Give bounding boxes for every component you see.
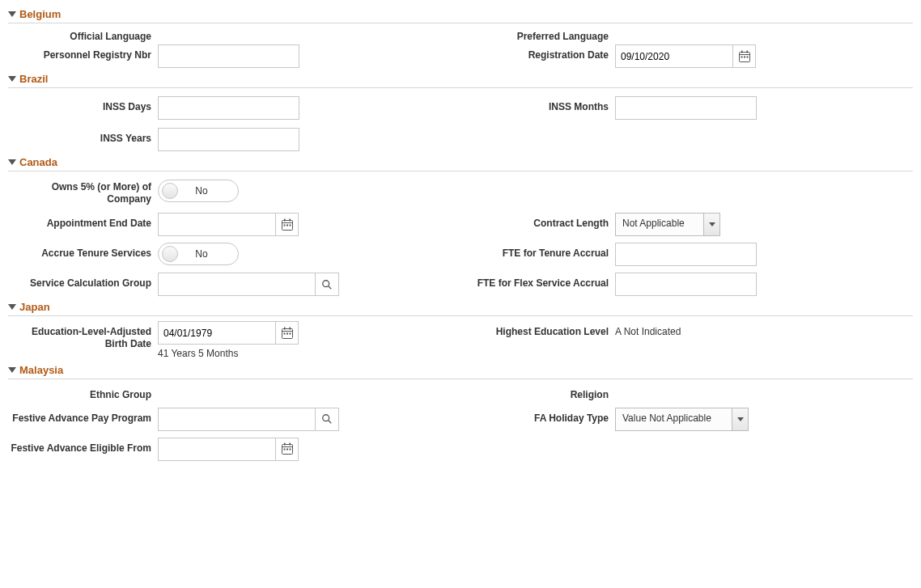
section-title: Malaysia bbox=[19, 364, 63, 376]
svg-rect-28 bbox=[289, 443, 291, 446]
personnel-registry-label: Personnel Registry Nbr bbox=[8, 44, 158, 68]
owns-five-percent-label: Owns 5% (or More) of Company bbox=[8, 176, 158, 205]
svg-rect-11 bbox=[283, 224, 285, 226]
religion-label: Religion bbox=[397, 384, 615, 400]
ethnic-group-label: Ethnic Group bbox=[8, 384, 158, 400]
registration-date-input[interactable] bbox=[615, 44, 732, 68]
toggle-knob bbox=[162, 246, 178, 262]
registration-date-label: Registration Date bbox=[397, 44, 615, 68]
chevron-down-icon bbox=[703, 214, 719, 235]
section-title: Brazil bbox=[19, 73, 48, 85]
inss-days-input[interactable] bbox=[158, 96, 299, 120]
svg-rect-27 bbox=[284, 443, 286, 446]
select-value: Not Applicable bbox=[616, 214, 703, 235]
svg-rect-2 bbox=[741, 50, 743, 53]
section-title: Japan bbox=[19, 301, 50, 313]
section-header-malaysia[interactable]: Malaysia bbox=[8, 362, 913, 379]
service-calc-group-input[interactable] bbox=[158, 273, 316, 296]
select-value: Value Not Applicable bbox=[616, 408, 732, 430]
fte-flex-input[interactable] bbox=[615, 273, 757, 296]
fa-holiday-type-label: FA Holiday Type bbox=[397, 408, 615, 431]
service-calc-group-label: Service Calculation Group bbox=[8, 273, 158, 296]
toggle-knob bbox=[162, 183, 178, 199]
chevron-down-icon bbox=[8, 76, 16, 82]
svg-rect-18 bbox=[284, 327, 286, 329]
edu-birth-date-label: Education-Level-Adjusted Birth Date bbox=[8, 321, 158, 359]
svg-rect-10 bbox=[289, 218, 291, 221]
official-language-label: Official Language bbox=[8, 26, 158, 42]
festive-adv-pay-input[interactable] bbox=[158, 408, 316, 431]
svg-rect-5 bbox=[744, 56, 745, 57]
accrue-tenure-label: Accrue Tenure Services bbox=[8, 243, 158, 265]
search-icon[interactable] bbox=[316, 408, 339, 431]
calendar-icon[interactable] bbox=[275, 213, 299, 236]
calendar-icon[interactable] bbox=[275, 438, 299, 461]
toggle-label: No bbox=[178, 248, 238, 260]
section-header-japan[interactable]: Japan bbox=[8, 298, 913, 316]
svg-rect-9 bbox=[284, 218, 286, 221]
chevron-down-icon bbox=[8, 159, 16, 165]
chevron-down-icon bbox=[8, 11, 16, 17]
svg-rect-29 bbox=[283, 449, 285, 451]
preferred-language-label: Preferred Language bbox=[397, 26, 615, 42]
contract-length-select[interactable]: Not Applicable bbox=[615, 213, 720, 236]
chevron-down-icon bbox=[732, 408, 748, 430]
svg-line-15 bbox=[329, 286, 332, 289]
fa-holiday-type-select[interactable]: Value Not Applicable bbox=[615, 408, 749, 431]
svg-line-24 bbox=[329, 421, 332, 424]
festive-adv-elig-label: Festive Advance Eligible From bbox=[8, 438, 158, 461]
fte-tenure-label: FTE for Tenure Accrual bbox=[397, 243, 615, 266]
svg-rect-19 bbox=[289, 327, 291, 329]
svg-rect-13 bbox=[289, 224, 291, 226]
festive-adv-pay-label: Festive Advance Pay Program bbox=[8, 408, 158, 431]
chevron-down-icon bbox=[8, 367, 16, 373]
fte-flex-label: FTE for Flex Service Accrual bbox=[397, 273, 615, 296]
svg-rect-3 bbox=[746, 50, 748, 53]
svg-rect-21 bbox=[286, 332, 288, 334]
fte-tenure-input[interactable] bbox=[615, 243, 757, 266]
section-header-canada[interactable]: Canada bbox=[8, 154, 913, 171]
chevron-down-icon bbox=[8, 304, 16, 310]
svg-rect-22 bbox=[289, 332, 291, 334]
inss-months-label: INSS Months bbox=[397, 96, 615, 120]
owns-five-percent-toggle[interactable]: No bbox=[158, 180, 239, 202]
svg-rect-4 bbox=[741, 56, 742, 57]
search-icon[interactable] bbox=[316, 273, 339, 296]
highest-edu-label: Highest Education Level bbox=[397, 321, 615, 337]
contract-length-label: Contract Length bbox=[397, 213, 615, 236]
section-header-belgium[interactable]: Belgium bbox=[8, 6, 913, 23]
highest-edu-value: A Not Indicated bbox=[615, 321, 681, 337]
inss-days-label: INSS Days bbox=[8, 96, 158, 120]
section-title: Canada bbox=[19, 156, 57, 168]
personnel-registry-input[interactable] bbox=[158, 44, 299, 68]
calendar-icon[interactable] bbox=[275, 321, 299, 345]
appointment-end-date-input[interactable] bbox=[158, 213, 275, 236]
svg-rect-12 bbox=[286, 224, 288, 226]
section-header-brazil[interactable]: Brazil bbox=[8, 70, 913, 88]
inss-months-input[interactable] bbox=[615, 96, 757, 120]
edu-birth-date-input[interactable] bbox=[158, 321, 275, 345]
calendar-icon[interactable] bbox=[732, 44, 756, 68]
section-title: Belgium bbox=[19, 8, 61, 20]
svg-rect-31 bbox=[289, 449, 291, 451]
festive-adv-elig-input[interactable] bbox=[158, 438, 275, 461]
svg-rect-6 bbox=[746, 56, 748, 57]
accrue-tenure-toggle[interactable]: No bbox=[158, 243, 239, 265]
svg-point-14 bbox=[323, 280, 329, 286]
edu-birth-age-text: 41 Years 5 Months bbox=[158, 348, 299, 359]
appointment-end-date-label: Appointment End Date bbox=[8, 213, 158, 236]
svg-rect-20 bbox=[283, 332, 285, 334]
toggle-label: No bbox=[178, 185, 238, 197]
inss-years-input[interactable] bbox=[158, 128, 299, 151]
inss-years-label: INSS Years bbox=[8, 128, 158, 151]
svg-rect-30 bbox=[286, 449, 288, 451]
svg-point-23 bbox=[323, 415, 329, 421]
